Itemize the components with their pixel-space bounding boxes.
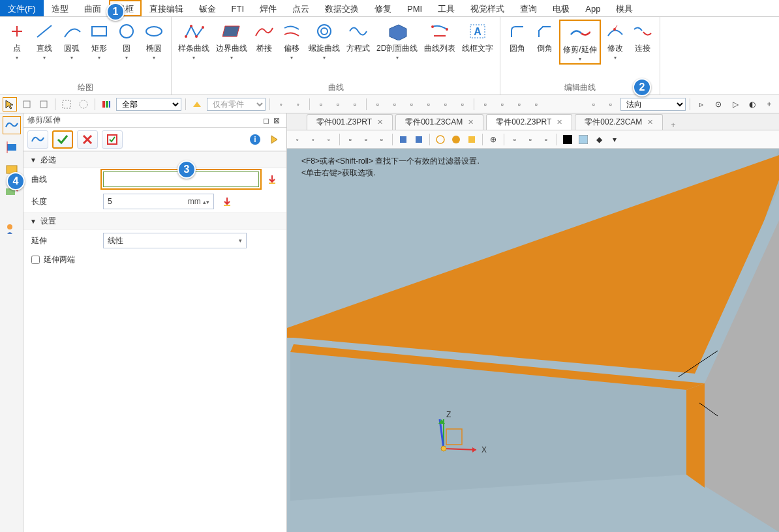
btn-spline[interactable]: 样条曲线▾ xyxy=(176,20,212,62)
menu-item[interactable]: 直接编辑 xyxy=(142,0,191,16)
menu-item[interactable]: FTI xyxy=(224,0,252,16)
vtb-btn[interactable] xyxy=(397,133,410,146)
vtb-btn[interactable] xyxy=(561,133,574,146)
doc-tab[interactable]: 零件002.Z3CAM✕ xyxy=(575,114,663,130)
section-required[interactable]: ▼必选 xyxy=(23,151,286,168)
vtb-btn[interactable] xyxy=(450,133,463,146)
vtb-btn[interactable]: ▾ xyxy=(608,133,621,146)
tb-btn[interactable]: ▫ xyxy=(371,97,385,111)
add-tab-button[interactable]: + xyxy=(665,121,680,130)
vtb-btn[interactable]: ◦ xyxy=(307,133,320,146)
tab-close-icon[interactable]: ✕ xyxy=(377,118,383,126)
sidebar-btn[interactable] xyxy=(3,138,21,156)
combo-all[interactable]: 全部 xyxy=(116,98,181,111)
vtb-btn[interactable]: ⊕ xyxy=(487,133,500,146)
vtb-btn[interactable]: ▫ xyxy=(508,133,521,146)
tb-arrow[interactable] xyxy=(3,97,17,111)
btn-2d-section[interactable]: 2D剖面曲线▾ xyxy=(374,20,420,62)
curve-picker-icon[interactable] xyxy=(266,173,279,186)
tb-btn[interactable]: ◦ xyxy=(274,97,288,111)
panel-close-icon[interactable]: ⊠ xyxy=(273,116,283,125)
checkbox-both-ends[interactable] xyxy=(31,256,40,264)
menu-item[interactable]: 曲面 xyxy=(76,0,109,16)
section-settings[interactable]: ▼设置 xyxy=(23,213,286,229)
menu-file[interactable]: 文件(F) xyxy=(0,0,44,16)
input-length[interactable]: 5 mm ▴▾ xyxy=(103,194,214,209)
menu-item[interactable]: 电极 xyxy=(545,0,577,16)
menu-item[interactable]: App xyxy=(577,0,608,16)
menu-item[interactable]: 数据交换 xyxy=(317,0,367,16)
btn-spiral[interactable]: 螺旋曲线▾ xyxy=(306,20,343,62)
btn-boundary-curve[interactable]: 边界曲线▾ xyxy=(213,20,250,62)
combo-normal[interactable]: 法向 xyxy=(620,98,686,111)
menu-item[interactable]: 模具 xyxy=(608,0,641,16)
btn-point[interactable]: 点▾ xyxy=(4,20,30,62)
vtb-btn[interactable]: ◆ xyxy=(592,133,605,146)
panel-restore-icon[interactable]: ◻ xyxy=(263,116,272,125)
btn-offset[interactable]: 偏移▾ xyxy=(279,20,305,62)
tab-close-icon[interactable]: ✕ xyxy=(557,118,562,126)
btn-fillet[interactable]: 圆角 xyxy=(504,20,530,55)
combo-parts[interactable]: 仅有零件 xyxy=(207,98,266,111)
vtb-btn[interactable]: ▫ xyxy=(375,133,388,146)
btn-curve-list[interactable]: 曲线列表 xyxy=(421,20,458,55)
vtb-btn[interactable] xyxy=(434,133,447,146)
tb-btn[interactable] xyxy=(20,97,34,111)
btn-line[interactable]: 直线▾ xyxy=(31,20,57,62)
tb-btn[interactable]: ▫ xyxy=(331,97,345,111)
combo-extend-type[interactable]: 线性▾ xyxy=(103,233,247,248)
menu-item[interactable]: 钣金 xyxy=(191,0,224,16)
tb-btn[interactable]: ▫ xyxy=(478,97,493,111)
tab-close-icon[interactable]: ✕ xyxy=(647,118,653,126)
btn-equation[interactable]: 方程式 xyxy=(344,20,373,55)
menu-item[interactable]: 造型 xyxy=(44,0,76,16)
tb-btn[interactable]: ▫ xyxy=(421,97,436,111)
btn-text-curve[interactable]: A线框文字 xyxy=(459,20,496,55)
tb-btn[interactable]: ◦ xyxy=(291,97,305,111)
btn-modify[interactable]: 修改▾ xyxy=(602,20,628,62)
vtb-btn[interactable] xyxy=(412,133,425,146)
btn-chamfer[interactable]: 倒角 xyxy=(532,20,558,55)
action-ok-button[interactable] xyxy=(52,130,73,149)
tb-btn[interactable]: + xyxy=(762,97,776,111)
btn-arc[interactable]: 圆弧▾ xyxy=(59,20,85,62)
tb-btn[interactable]: ▫ xyxy=(405,97,419,111)
menu-item[interactable]: 查询 xyxy=(512,0,545,16)
tb-btn[interactable]: ▫ xyxy=(512,97,527,111)
btn-rect[interactable]: 矩形▾ xyxy=(86,20,112,62)
menu-item[interactable]: 点云 xyxy=(284,0,317,16)
action-apply-button[interactable] xyxy=(102,130,123,149)
tb-btn[interactable]: ▫ xyxy=(495,97,510,111)
menu-item[interactable]: PMI xyxy=(399,0,430,16)
vtb-btn[interactable] xyxy=(465,133,478,146)
btn-trim-extend[interactable]: 修剪/延伸▾ xyxy=(559,20,600,65)
btn-circle[interactable]: 圆▾ xyxy=(114,20,140,62)
menu-item[interactable]: 修复 xyxy=(367,0,399,16)
tb-btn[interactable]: ▫ xyxy=(603,97,618,111)
tb-btn[interactable] xyxy=(37,97,51,111)
tb-btn[interactable]: ▫ xyxy=(587,97,601,111)
sidebar-btn[interactable] xyxy=(3,220,21,239)
tb-btn[interactable]: ▷ xyxy=(728,97,742,111)
tb-btn[interactable] xyxy=(76,97,91,111)
btn-connect[interactable]: 连接 xyxy=(630,20,656,55)
sidebar-feature-icon[interactable] xyxy=(3,116,21,134)
btn-ellipse[interactable]: 椭圆▾ xyxy=(141,20,167,62)
menu-item[interactable]: 焊件 xyxy=(252,0,284,16)
vtb-btn[interactable]: ▫ xyxy=(524,133,537,146)
action-cancel-button[interactable] xyxy=(77,130,98,149)
doc-tab[interactable]: 零件001.Z3CAM✕ xyxy=(395,114,483,130)
tb-btn[interactable]: ▫ xyxy=(438,97,453,111)
tb-btn[interactable] xyxy=(99,97,114,111)
tb-btn[interactable]: ▫ xyxy=(388,97,402,111)
tb-btn[interactable]: ◐ xyxy=(745,97,759,111)
btn-bridge[interactable]: 桥接 xyxy=(251,20,277,55)
doc-tab-active[interactable]: 零件002.Z3PRT✕ xyxy=(486,114,572,130)
tb-btn[interactable]: ⊙ xyxy=(711,97,726,111)
tb-btn[interactable]: ▹ xyxy=(694,97,709,111)
tb-btn[interactable]: ▫ xyxy=(348,97,362,111)
vtb-btn[interactable]: ◦ xyxy=(322,133,335,146)
tb-btn[interactable]: ▫ xyxy=(529,97,543,111)
tab-close-icon[interactable]: ✕ xyxy=(468,118,474,126)
vtb-btn[interactable] xyxy=(577,133,590,146)
